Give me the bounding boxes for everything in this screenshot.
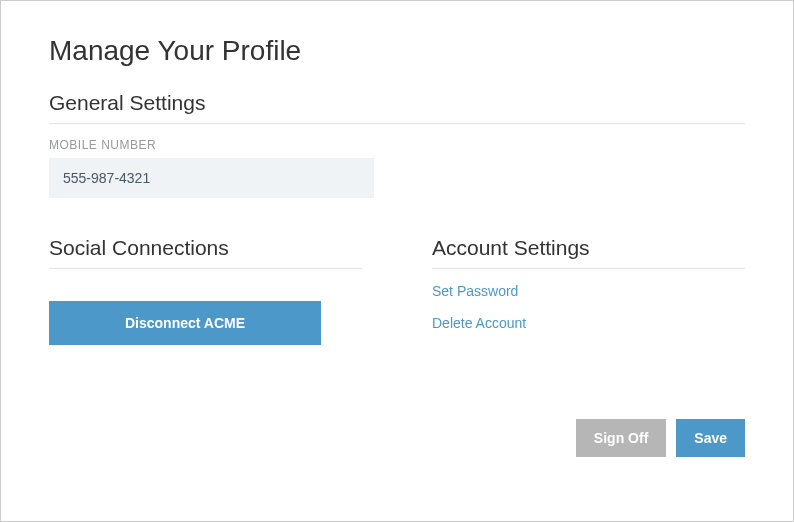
social-connections-header: Social Connections	[49, 236, 362, 269]
general-settings-header: General Settings	[49, 91, 745, 124]
sign-off-button[interactable]: Sign Off	[576, 419, 666, 457]
profile-panel: Manage Your Profile General Settings MOB…	[5, 5, 789, 517]
page-title: Manage Your Profile	[49, 35, 745, 67]
footer-actions: Sign Off Save	[576, 419, 745, 457]
social-connections-section: Social Connections Disconnect ACME	[49, 236, 362, 347]
account-settings-header: Account Settings	[432, 236, 745, 269]
save-button[interactable]: Save	[676, 419, 745, 457]
mobile-number-input[interactable]	[49, 158, 374, 198]
account-settings-section: Account Settings Set Password Delete Acc…	[432, 236, 745, 347]
set-password-link[interactable]: Set Password	[432, 283, 745, 299]
mobile-number-label: MOBILE NUMBER	[49, 138, 745, 152]
delete-account-link[interactable]: Delete Account	[432, 315, 745, 331]
mobile-number-field-group: MOBILE NUMBER	[49, 138, 745, 198]
disconnect-acme-button[interactable]: Disconnect ACME	[49, 301, 321, 345]
